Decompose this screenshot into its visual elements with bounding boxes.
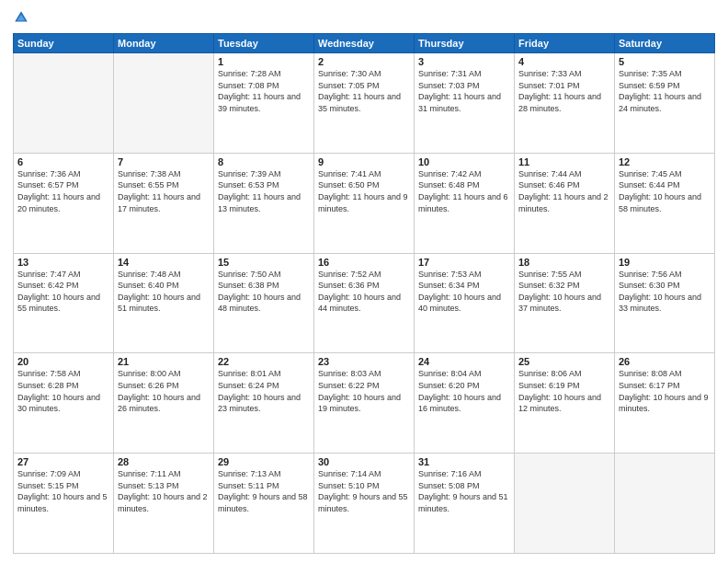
day-number: 25 [518, 356, 610, 367]
cell-info: Sunrise: 7:28 AM [218, 68, 310, 80]
cell-info: Sunrise: 7:14 AM [318, 468, 410, 480]
cell-info: Sunrise: 7:55 AM [518, 269, 610, 281]
cell-info: Sunset: 6:57 PM [17, 179, 109, 191]
day-number: 24 [418, 356, 510, 367]
cell-info: Daylight: 11 hours and 31 minutes. [418, 91, 510, 114]
cell-info: Daylight: 10 hours and 2 minutes. [118, 491, 210, 514]
header [13, 9, 715, 26]
cell-info: Sunset: 6:40 PM [118, 280, 210, 292]
calendar-cell: 24Sunrise: 8:04 AMSunset: 6:20 PMDayligh… [415, 353, 515, 454]
calendar-cell: 28Sunrise: 7:11 AMSunset: 5:13 PMDayligh… [114, 454, 214, 554]
calendar-cell: 15Sunrise: 7:50 AMSunset: 6:38 PMDayligh… [214, 253, 314, 353]
cell-info: Sunset: 6:34 PM [418, 280, 510, 292]
cell-info: Daylight: 10 hours and 16 minutes. [418, 392, 510, 415]
calendar-cell: 29Sunrise: 7:13 AMSunset: 5:11 PMDayligh… [214, 454, 314, 554]
cell-info: Daylight: 11 hours and 24 minutes. [619, 91, 711, 114]
cell-info: Sunset: 6:59 PM [619, 80, 711, 92]
cell-info: Sunset: 6:48 PM [418, 179, 510, 191]
cell-info: Sunset: 7:05 PM [318, 80, 410, 92]
cell-info: Sunrise: 7:50 AM [218, 269, 310, 281]
calendar-cell: 12Sunrise: 7:45 AMSunset: 6:44 PMDayligh… [615, 153, 715, 253]
calendar-cell: 9Sunrise: 7:41 AMSunset: 6:50 PMDaylight… [314, 153, 415, 253]
day-number: 3 [418, 56, 510, 67]
calendar-cell: 11Sunrise: 7:44 AMSunset: 6:46 PMDayligh… [515, 153, 615, 253]
cell-info: Sunrise: 7:45 AM [619, 168, 711, 180]
cell-info: Sunset: 6:50 PM [318, 179, 410, 191]
cell-info: Sunrise: 8:03 AM [318, 368, 410, 380]
cell-info: Daylight: 10 hours and 23 minutes. [218, 392, 310, 415]
calendar-cell: 8Sunrise: 7:39 AMSunset: 6:53 PMDaylight… [214, 153, 314, 253]
cell-info: Sunrise: 7:48 AM [118, 269, 210, 281]
calendar-cell: 23Sunrise: 8:03 AMSunset: 6:22 PMDayligh… [314, 353, 415, 454]
cell-info: Sunset: 5:15 PM [17, 480, 109, 492]
day-number: 23 [318, 356, 410, 367]
day-number: 6 [17, 156, 109, 167]
cell-info: Sunrise: 7:13 AM [218, 468, 310, 480]
calendar-week-2: 6Sunrise: 7:36 AMSunset: 6:57 PMDaylight… [14, 153, 715, 253]
cell-info: Sunrise: 7:39 AM [218, 168, 310, 180]
cell-info: Sunrise: 7:36 AM [17, 168, 109, 180]
cell-info: Sunset: 6:19 PM [518, 380, 610, 392]
day-header-saturday: Saturday [615, 34, 715, 53]
cell-info: Daylight: 10 hours and 26 minutes. [118, 392, 210, 415]
day-number: 28 [118, 456, 210, 467]
cell-info: Sunrise: 8:04 AM [418, 368, 510, 380]
cell-info: Sunset: 7:08 PM [218, 80, 310, 92]
calendar-cell: 13Sunrise: 7:47 AMSunset: 6:42 PMDayligh… [14, 253, 114, 353]
cell-info: Daylight: 11 hours and 17 minutes. [118, 191, 210, 214]
cell-info: Daylight: 10 hours and 37 minutes. [518, 292, 610, 315]
cell-info: Daylight: 10 hours and 51 minutes. [118, 292, 210, 315]
day-header-sunday: Sunday [14, 34, 114, 53]
cell-info: Daylight: 10 hours and 48 minutes. [218, 292, 310, 315]
cell-info: Daylight: 10 hours and 40 minutes. [418, 292, 510, 315]
day-number: 4 [518, 56, 610, 67]
day-number: 17 [418, 257, 510, 268]
day-number: 22 [218, 356, 310, 367]
calendar-cell: 26Sunrise: 8:08 AMSunset: 6:17 PMDayligh… [615, 353, 715, 454]
cell-info: Sunrise: 8:06 AM [518, 368, 610, 380]
day-number: 2 [318, 56, 410, 67]
cell-info: Sunset: 7:03 PM [418, 80, 510, 92]
day-number: 18 [518, 257, 610, 268]
calendar-cell: 10Sunrise: 7:42 AMSunset: 6:48 PMDayligh… [415, 153, 515, 253]
calendar-cell: 27Sunrise: 7:09 AMSunset: 5:15 PMDayligh… [14, 454, 114, 554]
cell-info: Sunset: 6:28 PM [17, 380, 109, 392]
logo-icon [13, 9, 29, 26]
cell-info: Sunrise: 7:44 AM [518, 168, 610, 180]
cell-info: Sunrise: 7:47 AM [17, 269, 109, 281]
cell-info: Sunset: 6:32 PM [518, 280, 610, 292]
calendar-cell: 19Sunrise: 7:56 AMSunset: 6:30 PMDayligh… [615, 253, 715, 353]
cell-info: Daylight: 11 hours and 20 minutes. [17, 191, 109, 214]
day-number: 10 [418, 156, 510, 167]
day-number: 20 [17, 356, 109, 367]
cell-info: Sunset: 6:53 PM [218, 179, 310, 191]
calendar-cell: 16Sunrise: 7:52 AMSunset: 6:36 PMDayligh… [314, 253, 415, 353]
day-number: 29 [218, 456, 310, 467]
cell-info: Sunset: 6:42 PM [17, 280, 109, 292]
cell-info: Daylight: 9 hours and 58 minutes. [218, 491, 310, 514]
cell-info: Sunset: 6:24 PM [218, 380, 310, 392]
calendar-cell: 20Sunrise: 7:58 AMSunset: 6:28 PMDayligh… [14, 353, 114, 454]
calendar-week-4: 20Sunrise: 7:58 AMSunset: 6:28 PMDayligh… [14, 353, 715, 454]
day-header-tuesday: Tuesday [214, 34, 314, 53]
cell-info: Daylight: 10 hours and 55 minutes. [17, 292, 109, 315]
cell-info: Sunrise: 7:33 AM [518, 68, 610, 80]
cell-info: Daylight: 10 hours and 30 minutes. [17, 392, 109, 415]
cell-info: Daylight: 11 hours and 6 minutes. [418, 191, 510, 214]
day-number: 14 [118, 257, 210, 268]
calendar-cell [515, 454, 615, 554]
calendar-cell: 30Sunrise: 7:14 AMSunset: 5:10 PMDayligh… [314, 454, 415, 554]
calendar-cell: 18Sunrise: 7:55 AMSunset: 6:32 PMDayligh… [515, 253, 615, 353]
day-number: 7 [118, 156, 210, 167]
calendar-cell: 2Sunrise: 7:30 AMSunset: 7:05 PMDaylight… [314, 53, 415, 154]
day-number: 11 [518, 156, 610, 167]
cell-info: Sunrise: 7:58 AM [17, 368, 109, 380]
cell-info: Sunset: 6:26 PM [118, 380, 210, 392]
cell-info: Sunrise: 7:38 AM [118, 168, 210, 180]
calendar-cell [114, 53, 214, 154]
cell-info: Sunset: 6:44 PM [619, 179, 711, 191]
cell-info: Daylight: 11 hours and 28 minutes. [518, 91, 610, 114]
calendar-cell: 6Sunrise: 7:36 AMSunset: 6:57 PMDaylight… [14, 153, 114, 253]
cell-info: Sunrise: 7:42 AM [418, 168, 510, 180]
day-number: 13 [17, 257, 109, 268]
